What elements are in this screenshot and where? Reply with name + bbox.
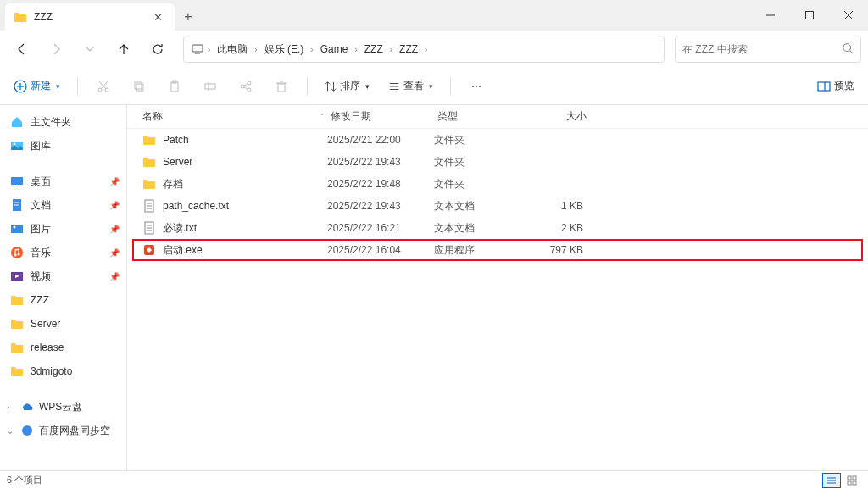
- svg-rect-43: [11, 225, 23, 233]
- refresh-button[interactable]: [142, 36, 173, 63]
- pin-icon: 📌: [109, 201, 120, 210]
- crumb-zzz2[interactable]: ZZZ: [396, 43, 421, 55]
- window-tab[interactable]: ZZZ ✕: [5, 3, 175, 31]
- chevron-right-icon[interactable]: ›: [309, 45, 314, 54]
- sidebar-item-桌面[interactable]: 桌面📌: [0, 169, 126, 193]
- view-label: 查看: [403, 79, 424, 93]
- sidebar-item-视频[interactable]: 视频📌: [0, 264, 126, 288]
- close-button[interactable]: [829, 0, 868, 31]
- picture-icon: [10, 222, 24, 236]
- sidebar-item-label: 图片: [31, 222, 51, 236]
- toolbar: 新建 ▾ 排序 ▾ 查看 ▾ ⋯ 预览: [0, 68, 868, 105]
- tab-close-icon[interactable]: ✕: [149, 11, 166, 24]
- sidebar-cloud-baidu[interactable]: ⌄ 百度网盘同步空: [0, 419, 126, 442]
- forward-button[interactable]: [41, 36, 71, 63]
- file-name: path_cache.txt: [163, 200, 229, 212]
- copy-button[interactable]: [124, 73, 154, 100]
- column-header: 名称 ˄ 修改日期 类型 大小: [127, 105, 868, 129]
- search-input[interactable]: [682, 43, 837, 55]
- sidebar-item-release[interactable]: release: [0, 336, 126, 359]
- rename-button[interactable]: [195, 73, 225, 100]
- view-toggle: [822, 473, 861, 488]
- sidebar-item-3dmigoto[interactable]: 3dmigoto: [0, 359, 126, 383]
- chevron-down-icon[interactable]: ⌄: [7, 426, 15, 436]
- column-type[interactable]: 类型: [437, 109, 529, 124]
- file-row[interactable]: 存档2025/2/22 19:48文件夹: [132, 173, 863, 195]
- file-row[interactable]: Patch2025/2/21 22:00文件夹: [132, 129, 863, 151]
- crumb-game[interactable]: Game: [317, 43, 352, 55]
- sidebar-item-zzz[interactable]: ZZZ: [0, 288, 126, 312]
- sidebar-gallery[interactable]: 图库: [0, 134, 126, 158]
- svg-rect-15: [135, 82, 142, 89]
- breadcrumb[interactable]: › 此电脑 › 娱乐 (E:) › Game › ZZZ › ZZZ ›: [183, 36, 665, 63]
- file-date: 2025/2/21 22:00: [327, 134, 434, 146]
- file-size: 2 KB: [526, 222, 593, 234]
- file-row[interactable]: 必读.txt2025/2/22 16:21文本文档2 KB: [132, 217, 863, 239]
- svg-point-6: [843, 43, 851, 51]
- details-view-button[interactable]: [822, 473, 841, 488]
- column-name[interactable]: 名称 ˄: [127, 109, 331, 124]
- new-tab-button[interactable]: +: [175, 3, 202, 31]
- sidebar-item-label: 桌面: [31, 175, 51, 189]
- sidebar-item-label: ZZZ: [31, 294, 49, 306]
- chevron-right-icon[interactable]: ›: [253, 45, 259, 54]
- sidebar-cloud-label: WPS云盘: [39, 400, 82, 414]
- crumb-zzz1[interactable]: ZZZ: [361, 43, 387, 55]
- new-button[interactable]: 新建 ▾: [7, 73, 67, 100]
- paste-button[interactable]: [159, 73, 190, 100]
- svg-rect-65: [853, 481, 856, 485]
- cut-button[interactable]: [88, 73, 119, 100]
- minimize-button[interactable]: [751, 0, 790, 31]
- view-button[interactable]: 查看 ▾: [381, 73, 440, 100]
- file-date: 2025/2/22 19:48: [327, 178, 434, 190]
- svg-rect-64: [848, 481, 851, 485]
- chevron-right-icon[interactable]: ›: [7, 403, 15, 412]
- file-size: 797 KB: [526, 244, 593, 256]
- sidebar-item-label: 文档: [31, 198, 51, 213]
- sidebar-home[interactable]: 主文件夹: [0, 110, 126, 134]
- file-row[interactable]: 启动.exe2025/2/22 16:04应用程序797 KB: [132, 239, 863, 261]
- back-button[interactable]: [7, 36, 37, 63]
- sidebar-item-文档[interactable]: 文档📌: [0, 193, 126, 217]
- sidebar-item-label: release: [31, 342, 64, 353]
- more-button[interactable]: ⋯: [461, 73, 492, 100]
- preview-button[interactable]: 预览: [810, 73, 861, 100]
- svg-rect-26: [278, 84, 285, 92]
- sort-button[interactable]: 排序 ▾: [318, 73, 376, 100]
- svg-line-7: [850, 50, 854, 53]
- search-box[interactable]: [675, 36, 861, 63]
- maximize-button[interactable]: [790, 0, 829, 31]
- sidebar-item-音乐[interactable]: 音乐📌: [0, 241, 126, 264]
- up-button[interactable]: [108, 36, 139, 63]
- file-date: 2025/2/22 16:04: [327, 244, 434, 256]
- sidebar-item-图片[interactable]: 图片📌: [0, 217, 126, 241]
- thumbnails-view-button[interactable]: [843, 473, 861, 488]
- svg-rect-1: [806, 12, 814, 19]
- svg-rect-39: [14, 186, 19, 186]
- cloud-icon: [20, 424, 34, 437]
- pin-icon: 📌: [109, 177, 120, 186]
- chevron-right-icon[interactable]: ›: [388, 45, 394, 54]
- sidebar-item-server[interactable]: Server: [0, 312, 126, 336]
- delete-button[interactable]: [266, 73, 297, 100]
- column-date[interactable]: 修改日期: [331, 109, 437, 124]
- txt-icon: [142, 199, 156, 213]
- sidebar-cloud-wps[interactable]: › WPS云盘: [0, 395, 126, 419]
- column-size[interactable]: 大小: [529, 109, 597, 124]
- file-row[interactable]: path_cache.txt2025/2/22 19:43文本文档1 KB: [132, 195, 863, 217]
- chevron-right-icon[interactable]: ›: [206, 45, 212, 54]
- chevron-right-icon[interactable]: ›: [423, 45, 429, 54]
- svg-rect-16: [136, 84, 143, 91]
- column-name-label: 名称: [142, 109, 163, 124]
- folder-icon: [142, 177, 156, 191]
- recent-dropdown[interactable]: [75, 36, 105, 63]
- chevron-right-icon[interactable]: ›: [353, 45, 359, 54]
- search-icon: [842, 42, 854, 57]
- crumb-drive[interactable]: 娱乐 (E:): [261, 42, 308, 57]
- share-button[interactable]: [231, 73, 261, 100]
- file-size: 1 KB: [526, 200, 593, 212]
- crumb-pc[interactable]: 此电脑: [214, 42, 251, 57]
- new-label: 新建: [31, 79, 51, 93]
- sidebar-cloud-label: 百度网盘同步空: [39, 424, 110, 438]
- file-row[interactable]: Server2025/2/22 19:43文件夹: [132, 151, 863, 173]
